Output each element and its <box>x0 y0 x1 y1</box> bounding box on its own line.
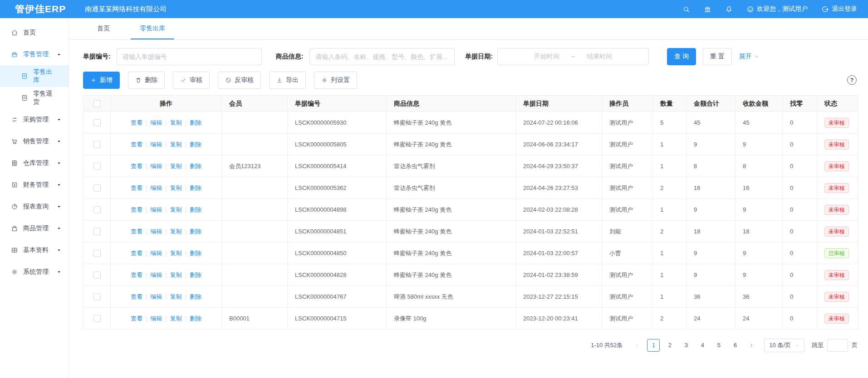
header-search-button[interactable] <box>682 5 690 13</box>
delete-link[interactable]: 删除 <box>190 184 201 191</box>
copy-link[interactable]: 复制 <box>170 315 182 322</box>
copy-link[interactable]: 复制 <box>170 206 182 213</box>
row-checkbox[interactable] <box>93 315 101 322</box>
unaudit-button[interactable]: 反审核 <box>218 72 261 89</box>
cell-member <box>222 286 288 308</box>
view-link[interactable]: 查看 <box>131 315 142 322</box>
row-checkbox[interactable] <box>93 163 101 170</box>
edit-link[interactable]: 编辑 <box>150 141 162 148</box>
row-checkbox[interactable] <box>93 228 101 235</box>
view-link[interactable]: 查看 <box>131 228 142 235</box>
delete-link[interactable]: 删除 <box>190 250 201 257</box>
delete-link[interactable]: 删除 <box>190 315 201 322</box>
delete-link[interactable]: 删除 <box>190 271 201 278</box>
cell-change: 0 <box>783 221 817 242</box>
sidebar-item-goods[interactable]: 商品管理 <box>0 218 69 239</box>
row-checkbox[interactable] <box>93 184 101 192</box>
user-welcome[interactable]: 欢迎您，测试用户 <box>746 5 808 13</box>
row-checkbox[interactable] <box>93 293 101 300</box>
header-platform-button[interactable] <box>704 5 711 13</box>
sidebar-item-warehouse[interactable]: 仓库管理 <box>0 152 69 174</box>
edit-link[interactable]: 编辑 <box>150 119 162 126</box>
copy-link[interactable]: 复制 <box>170 141 182 148</box>
view-link[interactable]: 查看 <box>131 163 142 170</box>
copy-link[interactable]: 复制 <box>170 228 182 235</box>
next-page-button[interactable] <box>745 339 758 352</box>
column-settings-button[interactable]: 列设置 <box>314 72 357 89</box>
reset-button[interactable]: 重 置 <box>703 48 732 65</box>
sidebar-item-purchase[interactable]: 采购管理 <box>0 109 69 131</box>
view-link[interactable]: 查看 <box>131 141 142 148</box>
edit-link[interactable]: 编辑 <box>150 206 162 213</box>
view-link[interactable]: 查看 <box>131 119 142 126</box>
goods-icon <box>11 225 18 232</box>
help-icon[interactable]: ? <box>847 75 857 85</box>
sidebar-item-label: 首页 <box>23 29 36 37</box>
page-size-select[interactable]: 10 条/页 <box>764 339 804 352</box>
edit-link[interactable]: 编辑 <box>150 228 162 235</box>
delete-link[interactable]: 删除 <box>190 293 201 300</box>
cell-status: 已审核 <box>817 242 858 264</box>
delete-link[interactable]: 删除 <box>190 163 201 170</box>
delete-link[interactable]: 删除 <box>190 228 201 235</box>
view-link[interactable]: 查看 <box>131 271 142 278</box>
chevron-down-icon <box>56 226 62 231</box>
page-button-4[interactable]: 4 <box>696 339 709 352</box>
sidebar-item-sales[interactable]: 销售管理 <box>0 131 69 152</box>
sidebar-item-home[interactable]: 首页 <box>0 22 69 44</box>
header-notification-button[interactable] <box>725 5 733 13</box>
page-button-5[interactable]: 5 <box>712 339 725 352</box>
row-checkbox[interactable] <box>93 271 101 279</box>
view-link[interactable]: 查看 <box>131 293 142 300</box>
row-checkbox[interactable] <box>93 250 101 257</box>
copy-link[interactable]: 复制 <box>170 293 182 300</box>
edit-link[interactable]: 编辑 <box>150 184 162 191</box>
sidebar-item-retail-outbound[interactable]: 零售出库 <box>0 65 69 87</box>
product-input[interactable] <box>309 48 455 65</box>
row-checkbox[interactable] <box>93 119 101 126</box>
sidebar-item-basic[interactable]: 基本资料 <box>0 239 69 261</box>
audit-button[interactable]: 审核 <box>173 72 210 89</box>
tab-home[interactable]: 首页 <box>88 18 119 39</box>
date-range-input[interactable]: 开始时间 ~ 结束时间 <box>497 48 649 65</box>
order-no-input[interactable] <box>117 48 262 65</box>
page-button-1[interactable]: 1 <box>647 339 660 352</box>
select-all-checkbox[interactable] <box>93 100 101 107</box>
view-link[interactable]: 查看 <box>131 206 142 213</box>
expand-link[interactable]: 展开 <box>739 53 759 61</box>
export-button[interactable]: 导出 <box>269 72 306 89</box>
delete-link[interactable]: 删除 <box>190 119 201 126</box>
page-button-2[interactable]: 2 <box>663 339 676 352</box>
sidebar-item-retail-return[interactable]: 零售退货 <box>0 87 69 109</box>
edit-link[interactable]: 编辑 <box>150 315 162 322</box>
sidebar-item-system[interactable]: 系统管理 <box>0 261 69 283</box>
add-button[interactable]: 新增 <box>83 72 120 89</box>
row-checkbox[interactable] <box>93 206 101 213</box>
jump-page-input[interactable] <box>827 339 848 352</box>
view-link[interactable]: 查看 <box>131 184 142 191</box>
edit-link[interactable]: 编辑 <box>150 163 162 170</box>
page-button-6[interactable]: 6 <box>729 339 741 352</box>
copy-link[interactable]: 复制 <box>170 250 182 257</box>
edit-link[interactable]: 编辑 <box>150 293 162 300</box>
edit-link[interactable]: 编辑 <box>150 271 162 278</box>
prev-page-button[interactable] <box>631 339 643 352</box>
sidebar-item-report[interactable]: 报表查询 <box>0 196 69 218</box>
logout-button[interactable]: 退出登录 <box>821 5 857 13</box>
delete-button[interactable]: 删除 <box>128 72 165 89</box>
copy-link[interactable]: 复制 <box>170 184 182 191</box>
cell-qty: 1 <box>653 134 687 155</box>
page-button-3[interactable]: 3 <box>680 339 692 352</box>
edit-link[interactable]: 编辑 <box>150 250 162 257</box>
row-checkbox[interactable] <box>93 141 101 148</box>
copy-link[interactable]: 复制 <box>170 163 182 170</box>
delete-link[interactable]: 删除 <box>190 141 201 148</box>
search-button[interactable]: 查 询 <box>667 48 696 65</box>
copy-link[interactable]: 复制 <box>170 271 182 278</box>
view-link[interactable]: 查看 <box>131 250 142 257</box>
tab-retail-outbound[interactable]: 零售出库 <box>131 18 174 39</box>
sidebar-item-finance[interactable]: 财务管理 <box>0 174 69 196</box>
sidebar-item-retail[interactable]: 零售管理 <box>0 44 69 65</box>
delete-link[interactable]: 删除 <box>190 206 201 213</box>
copy-link[interactable]: 复制 <box>170 119 182 126</box>
